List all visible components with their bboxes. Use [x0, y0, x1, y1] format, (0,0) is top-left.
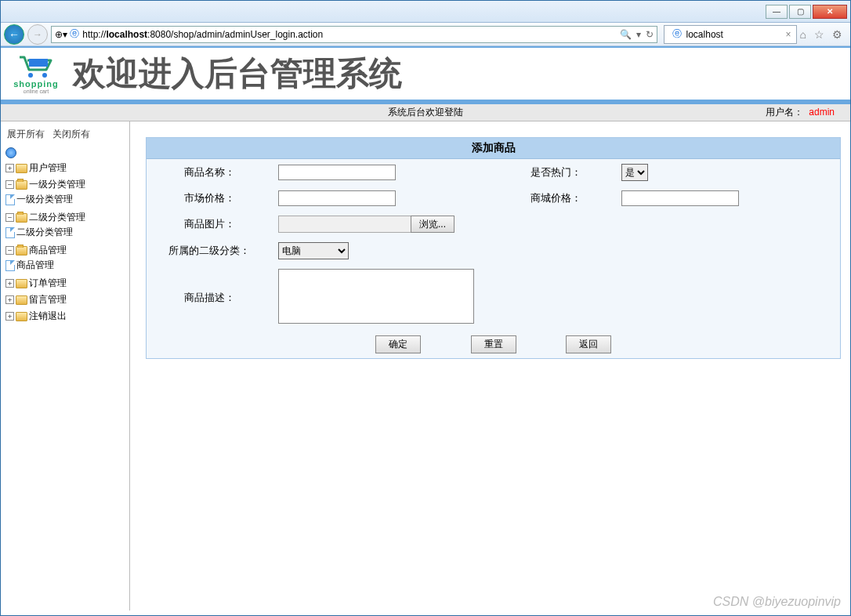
home-icon[interactable]: ⌂ — [800, 28, 806, 41]
user-label: 用户名： — [766, 107, 803, 118]
doc-icon — [5, 194, 15, 205]
toolbar-right: ⌂ ☆ ⚙ — [800, 28, 847, 41]
nav-product-child[interactable]: 商品管理 — [16, 259, 54, 272]
banner: shopping online cart 欢迎进入后台管理系统 — [1, 46, 850, 104]
settings-icon[interactable]: ⚙ — [832, 28, 842, 41]
form-table: 商品名称： 是否热门： 是 市场价格： 商城价格： 商品图片： — [147, 159, 840, 358]
select-category[interactable]: 电脑 — [278, 242, 349, 259]
label-image: 商品图片： — [147, 211, 272, 237]
browser-tab[interactable]: ⓔ localhost × — [664, 25, 797, 44]
logo: shopping online cart — [7, 54, 65, 94]
folder-open-icon — [16, 213, 27, 223]
minimize-button[interactable]: — — [766, 5, 788, 19]
nav-cat1-mgmt[interactable]: 一级分类管理 — [29, 178, 85, 191]
back-button[interactable]: ← — [4, 24, 24, 45]
url-text: http://localhost:8080/shop/admin/adminUs… — [82, 29, 323, 40]
folder-icon — [16, 312, 27, 321]
label-hot: 是否热门： — [498, 159, 615, 186]
collapse-icon[interactable]: − — [5, 246, 14, 255]
form-panel: 添加商品 商品名称： 是否热门： 是 市场价格： 商城价格： — [146, 137, 841, 359]
address-bar[interactable]: ⊕▾ ⓔ http://localhost:8080/shop/admin/ad… — [51, 26, 657, 43]
page-title: 欢迎进入后台管理系统 — [73, 52, 402, 96]
input-market-price[interactable] — [278, 190, 396, 206]
svg-point-0 — [28, 73, 33, 78]
panel-title: 添加商品 — [147, 138, 840, 159]
ie-icon: ⓔ — [672, 27, 682, 41]
tab-strip: ⓔ localhost × — [664, 25, 797, 44]
nav-logout[interactable]: 注销退出 — [29, 310, 67, 323]
favorites-icon[interactable]: ☆ — [814, 28, 824, 41]
doc-icon — [5, 227, 15, 238]
forward-button[interactable]: → — [27, 24, 48, 45]
label-category: 所属的二级分类： — [147, 237, 272, 264]
expand-icon[interactable]: + — [5, 295, 14, 304]
nav-cat2-mgmt[interactable]: 二级分类管理 — [29, 211, 85, 224]
refresh-icon[interactable]: ↻ — [646, 29, 654, 40]
globe-icon — [5, 147, 16, 158]
watermark: CSDN @biyezuopinvip — [713, 595, 841, 609]
url-controls: 🔍▾ ↻ — [620, 29, 654, 40]
select-hot[interactable]: 是 — [621, 164, 648, 181]
folder-icon — [16, 164, 27, 173]
browser-toolbar: ← → ⊕▾ ⓔ http://localhost:8080/shop/admi… — [1, 23, 850, 46]
nav-msg-mgmt[interactable]: 留言管理 — [29, 293, 67, 306]
cart-icon — [18, 54, 54, 79]
svg-rect-2 — [29, 59, 48, 67]
tab-title: localhost — [686, 29, 723, 40]
tab-close-icon[interactable]: × — [786, 29, 791, 40]
folder-open-icon — [16, 180, 27, 190]
reset-button[interactable]: 重置 — [471, 335, 516, 353]
folder-open-icon — [16, 246, 27, 255]
titlebar: — ▢ ✕ — [1, 1, 850, 23]
workspace: 展开所有 关闭所有 + 用户管理 − 一级分类管理 一级分类管理 − 二级分类管… — [1, 121, 850, 611]
collapse-icon[interactable]: − — [5, 180, 14, 189]
file-path-display — [278, 216, 411, 233]
back-button[interactable]: 返回 — [566, 335, 611, 353]
label-mall-price: 商城价格： — [498, 186, 615, 211]
expand-icon[interactable]: + — [5, 279, 14, 288]
page-content: shopping online cart 欢迎进入后台管理系统 系统后台欢迎登陆… — [1, 46, 850, 615]
statusbar: 系统后台欢迎登陆 用户名： admin — [1, 104, 850, 121]
browse-button[interactable]: 浏览... — [411, 216, 454, 233]
user-name: admin — [809, 107, 835, 118]
expand-all[interactable]: 展开所有 — [7, 128, 45, 141]
ok-button[interactable]: 确定 — [375, 335, 421, 353]
collapse-icon[interactable]: − — [5, 213, 14, 222]
sidebar-actions: 展开所有 关闭所有 — [5, 125, 125, 146]
input-name[interactable] — [278, 165, 396, 180]
search-icon[interactable]: 🔍 — [620, 29, 632, 40]
expand-icon[interactable]: + — [5, 312, 14, 321]
status-center: 系统后台欢迎登陆 — [388, 106, 463, 119]
main-area: 添加商品 商品名称： 是否热门： 是 市场价格： 商城价格： — [130, 121, 850, 611]
ie-icon: ⓔ — [70, 27, 79, 41]
nav-tree: + 用户管理 − 一级分类管理 一级分类管理 − 二级分类管理 二级分类管理 −… — [5, 146, 125, 324]
window: — ▢ ✕ ← → ⊕▾ ⓔ http://localhost:8080/sho… — [0, 0, 851, 616]
logo-text: shopping — [7, 79, 65, 89]
folder-icon — [16, 279, 27, 288]
folder-icon — [16, 295, 27, 305]
textarea-desc[interactable] — [278, 269, 474, 324]
svg-point-1 — [42, 73, 47, 78]
sidebar: 展开所有 关闭所有 + 用户管理 − 一级分类管理 一级分类管理 − 二级分类管… — [1, 121, 130, 611]
nav-user-mgmt[interactable]: 用户管理 — [29, 161, 67, 175]
nav-cat1-child[interactable]: 一级分类管理 — [16, 193, 73, 206]
close-button[interactable]: ✕ — [813, 5, 847, 19]
nav-order-mgmt[interactable]: 订单管理 — [29, 277, 67, 290]
label-desc: 商品描述： — [147, 264, 272, 331]
nav-product-mgmt[interactable]: 商品管理 — [29, 244, 67, 257]
label-market-price: 市场价格： — [147, 186, 272, 211]
status-right: 用户名： admin — [766, 106, 850, 119]
compat-icon: ⊕▾ — [55, 29, 67, 40]
logo-subtext: online cart — [7, 89, 65, 94]
nav-cat2-child[interactable]: 二级分类管理 — [16, 226, 73, 239]
input-mall-price[interactable] — [621, 190, 739, 206]
expand-icon[interactable]: + — [5, 164, 14, 172]
maximize-button[interactable]: ▢ — [789, 5, 811, 19]
doc-icon — [5, 260, 15, 271]
collapse-all[interactable]: 关闭所有 — [53, 128, 90, 141]
label-name: 商品名称： — [147, 159, 272, 186]
